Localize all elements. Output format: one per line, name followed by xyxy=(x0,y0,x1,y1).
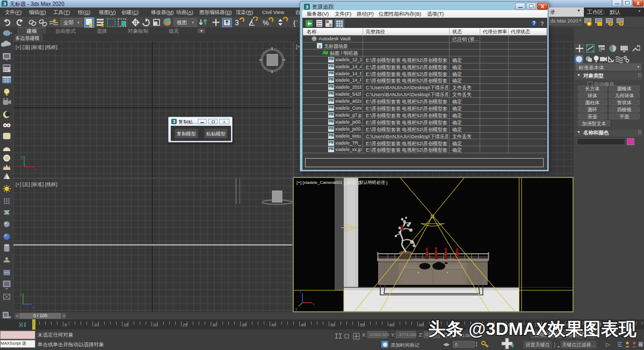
svg-text:x: x xyxy=(32,305,34,310)
svg-text:?: ? xyxy=(540,20,544,27)
svg-text:3: 3 xyxy=(306,4,308,10)
svg-text:z: z xyxy=(300,289,302,293)
svg-text:%: % xyxy=(263,19,269,27)
svg-text:▼: ▼ xyxy=(77,21,80,24)
svg-text:y: y xyxy=(21,154,23,159)
svg-text:x: x xyxy=(34,167,37,172)
svg-text:': ' xyxy=(296,19,298,27)
svg-text:全部: 全部 xyxy=(63,19,74,25)
svg-text:}: } xyxy=(554,342,556,348)
svg-text:3: 3 xyxy=(173,119,176,124)
svg-text:▼: ▼ xyxy=(191,21,194,24)
svg-text:x: x xyxy=(313,302,315,306)
svg-text:?: ? xyxy=(532,20,536,26)
svg-text:z: z xyxy=(20,292,22,297)
svg-text:3: 3 xyxy=(319,44,321,48)
svg-text:视图: 视图 xyxy=(177,19,187,25)
svg-text:3: 3 xyxy=(235,18,239,27)
svg-text:[+] [xiadele_Camera001 ] [标准]: [+] [xiadele_Camera001 ] [标准] [默认明暗处理 ] xyxy=(296,180,387,185)
svg-text:{: { xyxy=(293,19,296,27)
svg-text:y: y xyxy=(295,307,298,311)
svg-text:3: 3 xyxy=(3,1,6,6)
